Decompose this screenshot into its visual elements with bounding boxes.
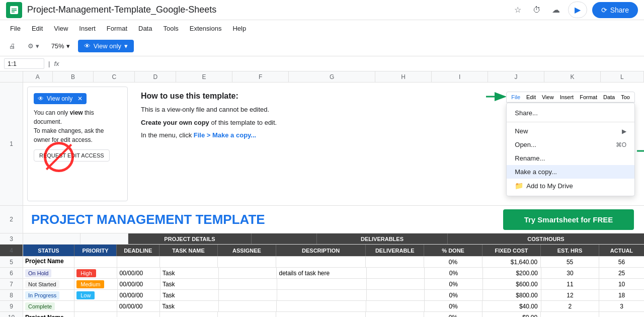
col-header-g[interactable]: G — [289, 71, 375, 83]
cell-7-cost[interactable]: $600.00 — [483, 279, 541, 289]
formula-input[interactable] — [63, 60, 640, 67]
cell-5-deadline[interactable] — [117, 257, 160, 267]
cell-8-priority[interactable]: Low — [74, 290, 117, 300]
cell-5-actual[interactable]: 56 — [599, 257, 644, 267]
cell-10-priority[interactable] — [74, 312, 117, 317]
menu-extensions[interactable]: Extensions — [185, 23, 227, 34]
col-header-a[interactable]: A — [23, 71, 53, 83]
cell-5-task[interactable] — [160, 257, 218, 267]
cell-6-pct[interactable]: 0% — [425, 268, 482, 278]
cell-9-cost[interactable]: $40.00 — [482, 301, 541, 311]
cell-9-hrs[interactable]: 2 — [541, 301, 600, 311]
cell-7-desc[interactable] — [277, 279, 367, 289]
cell-6-hrs[interactable]: 30 — [541, 268, 599, 278]
dropdown-new[interactable]: New ▶ — [507, 124, 634, 138]
cell-5-hrs[interactable]: 55 — [541, 257, 599, 267]
col-header-l[interactable]: L — [601, 71, 644, 83]
cell-9-assignee[interactable] — [219, 301, 277, 311]
zoom-control[interactable]: 75% ▾ — [47, 40, 74, 52]
view-only-button[interactable]: 👁 View only ▾ — [78, 40, 134, 52]
cell-5-cost[interactable]: $1,640.00 — [482, 257, 541, 267]
cell-reference-input[interactable] — [4, 58, 44, 69]
cell-7-priority[interactable]: Medium — [74, 279, 117, 289]
cell-7-assignee[interactable] — [219, 279, 277, 289]
cell-6-cost[interactable]: $200.00 — [483, 268, 541, 278]
cell-5-pct[interactable]: 0% — [424, 257, 482, 267]
menu-tools[interactable]: Tools — [158, 23, 183, 34]
cell-6-status[interactable]: On Hold — [23, 268, 74, 278]
cell-10-hrs[interactable] — [541, 312, 599, 317]
cell-6-assignee[interactable] — [219, 268, 277, 278]
cell-8-hrs[interactable]: 12 — [541, 290, 600, 300]
cell-7-deadline[interactable]: 00/00/00 — [118, 279, 160, 289]
menu-format[interactable]: Format — [102, 23, 132, 34]
cell-6-deadline[interactable]: 00/00/00 — [117, 268, 160, 278]
cell-9-desc[interactable] — [277, 301, 366, 311]
cell-10-desc[interactable] — [276, 312, 366, 317]
col-header-d[interactable]: D — [135, 71, 176, 83]
cell-10-deliverable[interactable] — [366, 312, 424, 317]
history-icon[interactable]: ⏱ — [530, 3, 544, 17]
cell-8-actual[interactable]: 18 — [599, 290, 644, 300]
cell-9-priority[interactable] — [74, 301, 117, 311]
cell-10-task[interactable] — [160, 312, 218, 317]
dropdown-make-copy[interactable]: Make a copy... — [507, 165, 634, 179]
badge-x-icon[interactable]: ✕ — [77, 95, 83, 102]
cell-9-deadline[interactable]: 00/00/00 — [117, 301, 160, 311]
col-header-e[interactable]: E — [176, 71, 232, 83]
cell-6-deliverable[interactable] — [367, 268, 425, 278]
cell-10-status[interactable]: Project Name — [23, 312, 74, 317]
cell-8-pct[interactable]: 0% — [425, 290, 483, 300]
dropdown-add-drive[interactable]: 📁 Add to My Drive — [507, 179, 634, 193]
cell-8-cost[interactable]: $800.00 — [483, 290, 541, 300]
col-header-h[interactable]: H — [375, 71, 432, 83]
cell-10-assignee[interactable] — [218, 312, 276, 317]
cell-6-priority[interactable]: High — [74, 268, 117, 278]
menu-data[interactable]: Data — [133, 23, 157, 34]
col-header-c[interactable]: C — [94, 71, 135, 83]
cell-8-task[interactable]: Task — [160, 290, 219, 300]
col-header-i[interactable]: I — [432, 71, 488, 83]
menu-edit[interactable]: Edit — [27, 23, 48, 34]
cell-6-actual[interactable]: 25 — [599, 268, 644, 278]
cloud-icon[interactable]: ☁ — [549, 3, 563, 17]
star-icon[interactable]: ☆ — [511, 3, 525, 17]
meet-button[interactable]: ▶ — [568, 2, 587, 18]
dropdown-share[interactable]: Share... — [507, 106, 634, 120]
cell-5-assignee[interactable] — [218, 257, 276, 267]
cell-10-cost[interactable]: $0.00 — [482, 312, 541, 317]
cell-7-pct[interactable]: 0% — [425, 279, 483, 289]
cell-9-pct[interactable]: 0% — [425, 301, 483, 311]
cell-9-deliverable[interactable] — [366, 301, 425, 311]
col-header-j[interactable]: J — [488, 71, 544, 83]
cell-5-desc[interactable] — [276, 257, 366, 267]
cell-8-desc[interactable] — [277, 290, 367, 300]
menu-help[interactable]: Help — [227, 23, 251, 34]
cell-6-task[interactable]: Task — [160, 268, 219, 278]
col-header-k[interactable]: K — [544, 71, 601, 83]
cell-7-status[interactable]: Not Started — [23, 279, 74, 289]
cell-7-actual[interactable]: 10 — [599, 279, 644, 289]
cell-8-status[interactable]: In Progress — [23, 290, 74, 300]
cell-8-assignee[interactable] — [219, 290, 277, 300]
cell-9-status[interactable]: Complete — [23, 301, 74, 311]
menu-insert[interactable]: Insert — [74, 23, 101, 34]
cell-5-status[interactable]: Project Name — [23, 257, 74, 267]
cell-10-actual[interactable] — [599, 312, 644, 317]
cell-9-actual[interactable]: 3 — [599, 301, 644, 311]
filter-button[interactable]: ⚙ ▾ — [24, 40, 43, 52]
dropdown-open[interactable]: Open... ⌘O — [507, 138, 634, 151]
print-button[interactable]: 🖨 — [5, 40, 20, 52]
smartsheet-button[interactable]: Try Smartsheet for FREE — [503, 209, 634, 230]
dropdown-rename[interactable]: Rename... — [507, 151, 634, 165]
cell-5-priority[interactable] — [74, 257, 117, 267]
menu-view[interactable]: View — [49, 23, 73, 34]
cell-8-deadline[interactable]: 00/00/00 — [118, 290, 160, 300]
cell-5-deliverable[interactable] — [366, 257, 424, 267]
cell-6-desc[interactable]: details of task here — [277, 268, 366, 278]
share-button[interactable]: ⟳ Share — [592, 2, 638, 18]
cell-7-hrs[interactable]: 11 — [541, 279, 600, 289]
cell-10-deadline[interactable] — [117, 312, 160, 317]
cell-8-deliverable[interactable] — [367, 290, 425, 300]
menu-file[interactable]: File — [5, 23, 26, 34]
